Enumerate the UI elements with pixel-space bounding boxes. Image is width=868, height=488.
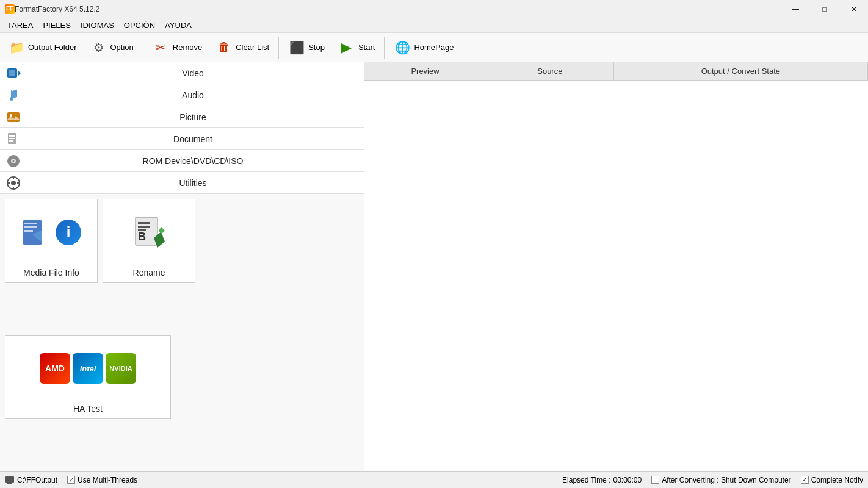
elapsed-value: 00:00:00 (613, 476, 642, 484)
nav-label-utilities: Utilities (27, 178, 359, 188)
start-icon: ▶ (338, 39, 355, 56)
nav-label-document: Document (27, 134, 359, 144)
notify-item: Complete Notify (801, 476, 863, 484)
main-content: Video Audio Picture Document ROM Device\ (0, 62, 868, 471)
svg-rect-23 (138, 226, 150, 228)
clear-icon: 🗑 (215, 39, 233, 56)
svg-text:B: B (138, 231, 146, 243)
start-label: Start (358, 43, 375, 52)
nav-label-audio: Audio (27, 90, 359, 100)
svg-rect-8 (9, 135, 15, 137)
nav-label-video: Video (27, 68, 359, 78)
utilities-icon (5, 174, 22, 192)
table-body (364, 81, 868, 471)
col-source: Source (486, 62, 614, 80)
nav-item-document[interactable]: Document (0, 128, 364, 150)
window-controls: — □ ✕ (781, 0, 868, 18)
maximize-button[interactable]: □ (811, 0, 839, 18)
toolbar-separator-3 (384, 37, 385, 59)
multi-threads-checkbox[interactable] (67, 476, 75, 484)
nav-item-audio[interactable]: Audio (0, 84, 364, 106)
nvidia-icon: NVIDIA (106, 353, 136, 384)
intel-icon: intel (73, 353, 103, 384)
remove-button[interactable]: ✂ Remove (147, 35, 208, 60)
nav-item-utilities[interactable]: Utilities (0, 172, 364, 194)
menu-tarea[interactable]: TAREA (2, 20, 38, 31)
svg-marker-1 (18, 71, 21, 76)
col-preview: Preview (364, 62, 486, 80)
computer-icon (5, 475, 15, 485)
svg-rect-22 (138, 222, 150, 224)
app-title: FormatFactory X64 5.12.2 (15, 5, 863, 13)
nav-label-rom: ROM Device\DVD\CD\ISO (27, 156, 359, 166)
nav-label-picture: Picture (27, 112, 359, 122)
svg-rect-10 (9, 140, 13, 142)
svg-rect-28 (5, 476, 14, 483)
media-file-info-card[interactable]: i Media File Info (5, 199, 98, 283)
menu-ayuda[interactable]: AYUDA (160, 20, 197, 31)
output-folder-button[interactable]: 📁 Output Folder (2, 35, 82, 60)
nav-item-picture[interactable]: Picture (0, 106, 364, 128)
homepage-label: HomePage (414, 43, 454, 52)
elapsed-time-item: Elapsed Time : 00:00:00 (562, 476, 642, 484)
stop-icon: ⬛ (288, 39, 305, 56)
shutdown-item: After Converting : Shut Down Computer (651, 476, 790, 484)
media-file-info-label: Media File Info (23, 268, 79, 278)
output-path: C:\FFOutput (17, 476, 57, 484)
video-icon (5, 65, 22, 82)
multi-threads-label: Use Multi-Threads (78, 476, 137, 484)
info-icon: i (56, 220, 81, 245)
close-button[interactable]: ✕ (840, 0, 868, 18)
media-info-icons: i (5, 199, 97, 265)
ha-test-card[interactable]: AMD intel NVIDIA HA Test (5, 335, 171, 419)
gear-icon: ⚙ (90, 39, 107, 56)
stop-label: Stop (308, 43, 325, 52)
svg-point-13 (13, 160, 15, 162)
menu-idiomas[interactable]: IDIOMAS (76, 20, 119, 31)
notify-checkbox[interactable] (801, 476, 809, 484)
app-icon: FF (5, 4, 15, 14)
titlebar: FF FormatFactory X64 5.12.2 — □ ✕ (0, 0, 868, 18)
svg-rect-9 (9, 138, 15, 139)
amd-icon: AMD (40, 353, 70, 384)
rom-icon (5, 152, 22, 170)
rename-icons: B (103, 199, 195, 265)
menubar: TAREA PIELES IDIOMAS OPCIÓN AYUDA (0, 18, 868, 33)
utilities-panel: i Media File Info B (0, 194, 364, 471)
svg-point-15 (11, 181, 16, 185)
svg-rect-5 (7, 112, 20, 122)
clear-list-label: Clear List (236, 43, 269, 52)
col-output: Output / Convert State (614, 62, 868, 80)
rename-card[interactable]: B Rename (103, 199, 195, 283)
menu-opcion[interactable]: OPCIÓN (119, 20, 160, 31)
start-button[interactable]: ▶ Start (333, 35, 380, 60)
multi-threads-item: Use Multi-Threads (67, 476, 137, 484)
svg-rect-19 (24, 230, 33, 232)
rename-label: Rename (133, 268, 165, 278)
svg-rect-29 (7, 483, 12, 484)
shutdown-label: After Converting : Shut Down Computer (662, 476, 790, 484)
home-icon: 🌐 (394, 39, 411, 56)
ha-test-label: HA Test (73, 404, 103, 414)
statusbar: C:\FFOutput Use Multi-Threads Elapsed Ti… (0, 471, 868, 488)
audio-icon (5, 87, 22, 104)
nav-item-video[interactable]: Video (0, 62, 364, 84)
ha-test-icons: AMD intel NVIDIA (5, 336, 170, 401)
shutdown-checkbox[interactable] (651, 476, 659, 484)
output-folder-label: Output Folder (28, 43, 77, 52)
homepage-button[interactable]: 🌐 HomePage (388, 35, 459, 60)
folder-icon: 📁 (8, 39, 25, 56)
menu-pieles[interactable]: PIELES (38, 20, 76, 31)
svg-rect-4 (11, 90, 12, 99)
remove-icon: ✂ (153, 39, 170, 56)
toolbar-separator-2 (278, 37, 279, 59)
nav-item-rom[interactable]: ROM Device\DVD\CD\ISO (0, 150, 364, 172)
stop-button[interactable]: ⬛ Stop (283, 35, 330, 60)
document-icon (5, 131, 22, 148)
right-panel: Preview Source Output / Convert State (364, 62, 868, 471)
minimize-button[interactable]: — (781, 0, 809, 18)
option-button[interactable]: ⚙ Option (85, 35, 139, 60)
svg-rect-2 (9, 70, 15, 76)
left-panel: Video Audio Picture Document ROM Device\ (0, 62, 364, 471)
clear-list-button[interactable]: 🗑 Clear List (210, 35, 275, 60)
